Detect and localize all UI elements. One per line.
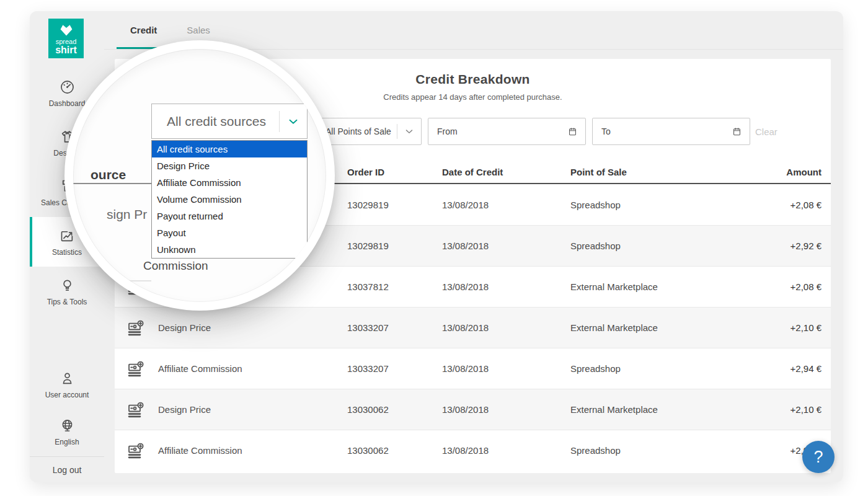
point-of-sale-value: All Points of Sale xyxy=(317,126,397,136)
dropdown-option[interactable]: Payout returned xyxy=(152,208,307,224)
cell-point-of-sale: External Marketplace xyxy=(570,322,756,333)
dropdown-option[interactable]: Unknown xyxy=(152,241,307,258)
select-divider xyxy=(397,124,397,139)
tab[interactable]: Credit xyxy=(115,11,172,49)
sidebar-item-label: Statistics xyxy=(52,249,82,257)
sidebar-account-item[interactable]: User account xyxy=(30,361,104,408)
cell-date-of-credit: 13/08/2018 xyxy=(442,404,570,415)
cell-point-of-sale: Spreadshop xyxy=(570,445,756,456)
cell-order-id: 13029819 xyxy=(347,200,442,210)
cell-point-of-sale: Spreadshop xyxy=(570,363,756,374)
table-row[interactable]: Affiliate Commission 13033207 13/08/2018… xyxy=(115,348,831,389)
cell-order-id: 13033207 xyxy=(347,363,442,374)
cell-point-of-sale: External Marketplace xyxy=(570,404,756,415)
credit-icon xyxy=(115,360,158,378)
cell-date-of-credit: 13/08/2018 xyxy=(442,322,570,333)
tips-tools-icon xyxy=(59,277,76,294)
column-header-order-id: Order ID xyxy=(347,167,442,177)
cell-order-id: 13037812 xyxy=(347,281,442,292)
column-header-amount: Amount xyxy=(756,167,831,177)
cell-credit-source: Affiliate Commission xyxy=(158,445,347,456)
cell-amount: +2,10 € xyxy=(756,404,831,415)
tab-label: Sales xyxy=(187,25,210,35)
column-header-date-of-credit: Date of Credit xyxy=(442,167,570,177)
cell-date-of-credit: 13/08/2018 xyxy=(442,200,570,210)
cell-credit-source: Affiliate Commission xyxy=(158,363,347,374)
cell-amount: +2,10 € xyxy=(756,322,831,333)
cell-order-id: 13029819 xyxy=(347,241,442,251)
help-button[interactable]: ? xyxy=(802,441,835,473)
magnifier-lens-content: ource sign Pr Commission All credit sour… xyxy=(73,49,326,302)
cell-amount: +2,08 € xyxy=(756,281,831,292)
brand-name-bottom: shirt xyxy=(55,45,77,55)
dropdown-option[interactable]: Affiliate Commission xyxy=(152,174,307,191)
dropdown-option[interactable]: All credit sources xyxy=(152,141,307,157)
cell-amount: +2,94 € xyxy=(756,363,831,374)
column-header-point-of-sale: Point of Sale xyxy=(570,167,756,177)
sidebar-account-nav: User account English xyxy=(30,361,104,455)
credit-icon xyxy=(115,319,158,337)
cell-date-of-credit: 13/08/2018 xyxy=(442,445,570,456)
magnified-table-header-fragment: ource xyxy=(91,167,126,182)
credit-source-dropdown-list: All credit sources Design Price Affiliat… xyxy=(151,140,308,259)
magnified-row-source-fragment: sign Pr xyxy=(107,207,147,222)
magnified-credit-source-select[interactable]: All credit sources xyxy=(151,104,308,139)
dropdown-option[interactable]: Payout xyxy=(152,224,307,241)
date-to-input[interactable]: To xyxy=(592,118,750,145)
dashboard-icon xyxy=(59,79,76,95)
table-row[interactable]: Design Price 13030062 13/08/2018 Externa… xyxy=(115,389,831,430)
magnifier-lens: ource sign Pr Commission All credit sour… xyxy=(64,40,335,311)
table-row[interactable]: Affiliate Commission 13030062 13/08/2018… xyxy=(115,430,831,471)
chevron-down-icon xyxy=(286,115,300,128)
dropdown-option[interactable]: Design Price xyxy=(152,157,307,174)
clear-filters-button[interactable]: Clear xyxy=(755,118,777,145)
cell-date-of-credit: 13/08/2018 xyxy=(442,241,570,251)
cell-point-of-sale: External Marketplace xyxy=(570,281,756,292)
cell-amount: +2,92 € xyxy=(756,241,831,251)
tab-label: Credit xyxy=(130,25,157,35)
cell-point-of-sale: Spreadshop xyxy=(570,200,756,210)
credit-icon xyxy=(115,401,158,419)
cell-credit-source: Design Price xyxy=(158,322,347,333)
cell-credit-source: Design Price xyxy=(158,404,347,415)
date-to-placeholder: To xyxy=(593,126,732,136)
language-icon xyxy=(59,417,76,434)
spreadshirt-heart-icon xyxy=(57,22,76,37)
brand-logo[interactable]: spread shirt xyxy=(48,19,84,58)
cell-order-id: 13033207 xyxy=(347,322,442,333)
logout-button[interactable]: Log out xyxy=(30,456,104,482)
cell-order-id: 13030062 xyxy=(347,404,442,415)
statistics-icon xyxy=(59,228,76,244)
sidebar-item-label: Dashboard xyxy=(49,100,86,108)
date-from-placeholder: From xyxy=(428,126,567,136)
calendar-icon[interactable] xyxy=(732,126,742,137)
magnified-header-border-fragment xyxy=(73,183,151,184)
chevron-down-icon xyxy=(404,126,415,137)
sidebar-account-label: User account xyxy=(45,391,89,399)
user-account-icon xyxy=(59,370,76,387)
magnified-select-value: All credit sources xyxy=(152,114,279,129)
date-from-input[interactable]: From xyxy=(428,118,586,145)
credit-icon xyxy=(115,441,158,460)
sidebar-account-label: English xyxy=(55,438,79,446)
sidebar-item[interactable]: Tips & Tools xyxy=(30,267,104,316)
table-row[interactable]: Design Price 13033207 13/08/2018 Externa… xyxy=(115,307,831,348)
sidebar-account-item[interactable]: English xyxy=(30,408,104,455)
sidebar-item-label: Tips & Tools xyxy=(47,298,87,306)
cell-amount: +2,08 € xyxy=(756,200,831,210)
cell-point-of-sale: Spreadshop xyxy=(570,241,756,251)
select-divider xyxy=(279,111,280,132)
calendar-icon[interactable] xyxy=(567,126,578,137)
cell-date-of-credit: 13/08/2018 xyxy=(442,363,570,374)
cell-date-of-credit: 13/08/2018 xyxy=(442,281,570,292)
dropdown-option[interactable]: Volume Commission xyxy=(152,191,307,208)
magnified-row-source-fragment-2: Commission xyxy=(143,259,208,273)
point-of-sale-select[interactable]: All Points of Sale xyxy=(316,118,422,145)
cell-order-id: 13030062 xyxy=(347,445,442,456)
